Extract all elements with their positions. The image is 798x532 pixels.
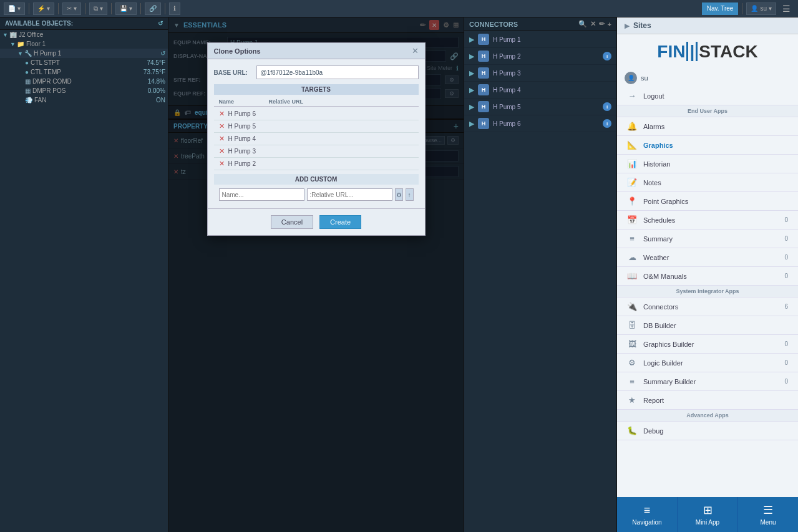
hpump4-remove[interactable]: ✕ bbox=[219, 135, 225, 143]
cancel-button[interactable]: Cancel bbox=[271, 215, 313, 229]
tree-item-floor1[interactable]: ▼ 📁 Floor 1 bbox=[0, 39, 168, 49]
modal-close-button[interactable]: ✕ bbox=[412, 46, 419, 56]
hpump2-name: H Pump 2 bbox=[228, 160, 275, 167]
hpump1-icon: H bbox=[478, 34, 489, 45]
summary-count: 0 bbox=[784, 235, 788, 242]
copy-button[interactable]: ⧉ ▾ bbox=[89, 2, 107, 15]
custom-upload-btn[interactable]: ↑ bbox=[406, 188, 414, 201]
bolt-button[interactable]: ⚡ ▾ bbox=[33, 2, 54, 15]
file-button[interactable]: 📄 ▾ bbox=[4, 2, 25, 15]
menu-item-alarms[interactable]: 🔔 Alarms bbox=[617, 117, 798, 136]
connector-hpump3[interactable]: ▶ H H Pump 3 bbox=[464, 65, 616, 82]
historian-icon: 📊 bbox=[627, 159, 637, 168]
custom-name-input[interactable] bbox=[219, 188, 304, 201]
create-button[interactable]: Create bbox=[319, 215, 361, 229]
connectors-close-icon[interactable]: ✕ bbox=[590, 20, 596, 28]
tree-item-ctlstpt[interactable]: ● CTL STPT 74.5°F bbox=[0, 58, 168, 67]
menu-item-logout[interactable]: → Logout bbox=[617, 87, 798, 105]
connectors-add-icon[interactable]: + bbox=[608, 21, 611, 28]
dmprpos-value: 0.00% bbox=[148, 87, 165, 94]
menu-item-historian[interactable]: 📊 Historian bbox=[617, 155, 798, 173]
menu-item-schedules[interactable]: 📅 Schedules 0 bbox=[617, 211, 798, 230]
user-button[interactable]: 👤 su ▾ bbox=[746, 2, 776, 15]
ctltemp-value: 73.75°F bbox=[144, 69, 165, 75]
floor1-arrow[interactable]: ▼ bbox=[10, 41, 16, 47]
tree-item-dmprpos[interactable]: ▦ DMPR POS 0.00% bbox=[0, 86, 168, 95]
menu-item-summary-builder[interactable]: ≡ Summary Builder 0 bbox=[617, 372, 798, 391]
tree-item-hpump1[interactable]: ▼ 🔧 H Pump 1 ↺ bbox=[0, 49, 168, 58]
dmprcomd-label: DMPR COMD bbox=[32, 78, 148, 85]
menu-item-debug[interactable]: 🐛 Debug bbox=[617, 422, 798, 440]
connectors-toolbar: 🔍 ✕ ✏ + bbox=[578, 20, 611, 28]
hpump5-expand[interactable]: ▶ bbox=[469, 103, 474, 111]
ctltemp-label: CTL TEMP bbox=[31, 69, 144, 75]
hpump1-refresh[interactable]: ↺ bbox=[160, 50, 165, 57]
refresh-icon[interactable]: ↺ bbox=[158, 20, 163, 27]
hpump4-name: H Pump 4 bbox=[228, 135, 275, 142]
hpump2-remove[interactable]: ✕ bbox=[219, 160, 225, 168]
j2office-label: J2 Office bbox=[19, 31, 165, 38]
avatar: 👤 bbox=[625, 72, 637, 84]
menu-item-weather[interactable]: ☁ Weather 0 bbox=[617, 248, 798, 267]
info-button[interactable]: ℹ bbox=[169, 2, 180, 15]
navigation-icon: ≡ bbox=[644, 504, 651, 517]
menu-item-notes[interactable]: 📝 Notes bbox=[617, 173, 798, 192]
menu-item-db-builder[interactable]: 🗄 DB Builder bbox=[617, 316, 798, 335]
nav-navigation[interactable]: ≡ Navigation bbox=[617, 497, 678, 532]
connectors-edit-icon[interactable]: ✏ bbox=[599, 20, 605, 28]
link-button[interactable]: 🔗 bbox=[145, 2, 161, 15]
search-icon[interactable]: 🔍 bbox=[578, 20, 587, 28]
save-button[interactable]: 💾 ▾ bbox=[115, 2, 137, 15]
menu-item-point-graphics[interactable]: 📍 Point Graphics bbox=[617, 192, 798, 211]
nav-mini-app[interactable]: ⊞ Mini App bbox=[678, 497, 738, 532]
j2office-arrow[interactable]: ▼ bbox=[2, 32, 8, 38]
connector-hpump4[interactable]: ▶ H H Pump 4 bbox=[464, 82, 616, 99]
tree-item-fan[interactable]: 💨 FAN ON bbox=[0, 95, 168, 105]
hpump3-remove[interactable]: ✕ bbox=[219, 147, 225, 155]
hamburger-button[interactable]: ☰ bbox=[779, 2, 794, 15]
historian-label: Historian bbox=[643, 160, 788, 168]
menu-item-om-manuals[interactable]: 📖 O&M Manuals 0 bbox=[617, 267, 798, 286]
hpump3-expand[interactable]: ▶ bbox=[469, 69, 474, 77]
center-panel: ▼ ESSENTIALS ✏ ✕ ⚙ ⊞ EQUIP NAME: DISPLAY… bbox=[168, 17, 464, 532]
hpump2-expand[interactable]: ▶ bbox=[469, 52, 474, 60]
user-icon: 👤 bbox=[751, 5, 758, 12]
notes-label: Notes bbox=[643, 179, 788, 186]
connector-hpump1[interactable]: ▶ H H Pump 1 bbox=[464, 31, 616, 48]
tree-item-ctltemp[interactable]: ● CTL TEMP 73.75°F bbox=[0, 67, 168, 77]
cut-icon: ✂ bbox=[67, 5, 72, 12]
menu-item-connectors[interactable]: 🔌 Connectors 6 bbox=[617, 297, 798, 316]
menu-item-graphics[interactable]: 📐 Graphics bbox=[617, 136, 798, 155]
connector-hpump2[interactable]: ▶ H H Pump 2 i bbox=[464, 48, 616, 65]
main-layout: AVAILABLE OBJECTS: ↺ ▼ 🏢 J2 Office ▼ 📁 F… bbox=[0, 17, 798, 532]
menu-item-logic-builder[interactable]: ⚙ Logic Builder 0 bbox=[617, 354, 798, 372]
hpump4-expand[interactable]: ▶ bbox=[469, 86, 474, 94]
file-icon: 📄 bbox=[8, 5, 16, 12]
hpump3-icon: H bbox=[478, 67, 489, 79]
cut-button[interactable]: ✂ ▾ bbox=[62, 2, 81, 15]
col-url-header: Relative URL bbox=[269, 99, 414, 105]
logout-label: Logout bbox=[643, 92, 788, 100]
hpump5-remove[interactable]: ✕ bbox=[219, 122, 225, 130]
custom-gear-btn[interactable]: ⚙ bbox=[395, 188, 403, 201]
connector-hpump5[interactable]: ▶ H H Pump 5 i bbox=[464, 99, 616, 115]
custom-url-input[interactable] bbox=[307, 188, 392, 201]
nav-tree-button[interactable]: Nav. Tree bbox=[702, 2, 739, 15]
hpump6-connector-name: H Pump 6 bbox=[493, 120, 599, 127]
menu-item-report[interactable]: ★ Report bbox=[617, 391, 798, 410]
sites-header: ▶ Sites bbox=[617, 17, 798, 34]
hpump6-expand[interactable]: ▶ bbox=[469, 120, 474, 128]
nav-menu[interactable]: ☰ Menu bbox=[738, 497, 798, 532]
connector-hpump6[interactable]: ▶ H H Pump 6 i bbox=[464, 115, 616, 132]
hpump5-name: H Pump 5 bbox=[228, 123, 275, 130]
sep7 bbox=[742, 3, 742, 14]
base-url-input[interactable] bbox=[256, 65, 419, 79]
tree-item-j2office[interactable]: ▼ 🏢 J2 Office bbox=[0, 30, 168, 39]
hpump1-arrow[interactable]: ▼ bbox=[17, 51, 23, 57]
menu-item-graphics-builder[interactable]: 🖼 Graphics Builder 0 bbox=[617, 335, 798, 354]
hpump1-expand[interactable]: ▶ bbox=[469, 36, 474, 44]
menu-item-summary[interactable]: ≡ Summary 0 bbox=[617, 230, 798, 248]
sep5 bbox=[140, 3, 141, 14]
hpump6-remove[interactable]: ✕ bbox=[219, 110, 225, 118]
tree-item-dmprcomd[interactable]: ▦ DMPR COMD 14.8% bbox=[0, 77, 168, 86]
